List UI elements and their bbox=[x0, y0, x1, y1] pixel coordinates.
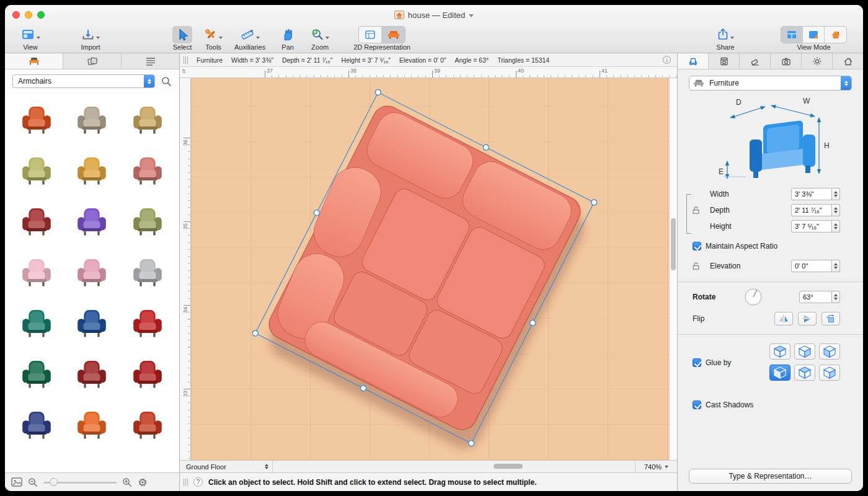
view-button[interactable]: View bbox=[17, 26, 43, 51]
library-item-beige-armchair[interactable] bbox=[64, 94, 120, 145]
title-chevron-icon[interactable] bbox=[469, 14, 474, 17]
info-width: Width = 3' 3⅜" bbox=[231, 56, 273, 64]
camera-icon bbox=[781, 56, 791, 66]
select-tool-button[interactable]: Select bbox=[172, 26, 192, 51]
height-field[interactable]: 3' 7 ⁵⁄₁₆" bbox=[791, 220, 840, 232]
tab-building[interactable] bbox=[833, 53, 863, 69]
library-item-red-armchair[interactable] bbox=[120, 348, 175, 399]
library-item-dark-red-armchair[interactable] bbox=[9, 196, 64, 247]
cast-shadows-row: Cast Shadows bbox=[678, 398, 863, 412]
glue-option-3[interactable] bbox=[819, 343, 840, 360]
rotate-field[interactable]: 63° bbox=[799, 291, 840, 303]
library-item-red-office-chair[interactable] bbox=[120, 399, 175, 450]
horizontal-scroll-thumb[interactable] bbox=[494, 464, 523, 469]
width-stepper[interactable] bbox=[832, 188, 840, 200]
glue-option-1[interactable] bbox=[769, 343, 790, 360]
info-depth: Depth = 2' 11 ⁷⁄₁₆" bbox=[282, 56, 333, 64]
tab-materials-library[interactable] bbox=[63, 53, 122, 69]
tab-camera[interactable] bbox=[771, 53, 802, 69]
library-item-pink-armchair[interactable] bbox=[64, 247, 120, 298]
inspector-category-dropdown[interactable]: Furniture bbox=[689, 76, 852, 91]
floor-plan-canvas[interactable] bbox=[191, 78, 669, 460]
representation-3d-segment[interactable] bbox=[382, 27, 405, 43]
depth-field[interactable]: 2' 11 ⁷⁄₁₆" bbox=[791, 204, 840, 216]
view-mode-split-segment[interactable] bbox=[803, 27, 825, 43]
preview-image-icon[interactable] bbox=[11, 477, 22, 487]
close-button[interactable] bbox=[12, 11, 20, 19]
rotate-90-button[interactable] bbox=[822, 312, 840, 326]
library-item-rose-striped-armchair[interactable] bbox=[120, 145, 175, 196]
elevation-lock-icon[interactable] bbox=[693, 262, 699, 270]
tab-materials[interactable] bbox=[740, 53, 771, 69]
lock-icon[interactable] bbox=[693, 206, 699, 214]
tab-appliances[interactable] bbox=[709, 53, 740, 69]
pan-button[interactable]: Pan bbox=[278, 26, 298, 51]
minimize-button[interactable] bbox=[25, 11, 32, 19]
zoom-tool-button[interactable]: Zoom bbox=[308, 26, 332, 51]
status-bar-grip[interactable] bbox=[184, 479, 188, 486]
representation-2d-segment[interactable] bbox=[359, 27, 382, 43]
flip-horizontal-button[interactable] bbox=[774, 312, 793, 326]
library-item-orange-lounge-chair[interactable] bbox=[9, 94, 64, 145]
library-item-red-velvet-chair[interactable] bbox=[120, 298, 175, 348]
floor-selector[interactable]: Ground Floor bbox=[180, 461, 273, 472]
selected-sofa-object[interactable] bbox=[191, 78, 669, 460]
zoom-out-icon[interactable] bbox=[28, 477, 38, 487]
horizontal-scrollbar[interactable] bbox=[273, 461, 635, 472]
zoom-level-control[interactable]: 740% bbox=[635, 461, 677, 472]
library-item-crimson-armchair[interactable] bbox=[64, 348, 120, 399]
glue-option-4[interactable] bbox=[769, 365, 790, 381]
info-bar-grip[interactable] bbox=[184, 56, 188, 64]
gear-icon[interactable] bbox=[138, 477, 148, 487]
library-item-navy-swivel-chair[interactable] bbox=[9, 399, 64, 450]
view-mode-3d-segment[interactable] bbox=[825, 27, 846, 43]
library-item-green-armchair[interactable] bbox=[9, 145, 64, 196]
type-representation-button[interactable]: Type & Representation… bbox=[689, 469, 852, 484]
tab-lighting[interactable] bbox=[802, 53, 833, 69]
library-item-gray-chrome-chair[interactable] bbox=[120, 247, 175, 298]
rotate-stepper[interactable] bbox=[832, 291, 840, 303]
elevation-field[interactable]: 0' 0" bbox=[791, 260, 840, 272]
maintain-aspect-checkbox[interactable] bbox=[693, 242, 701, 250]
library-item-olive-armchair[interactable] bbox=[120, 196, 175, 247]
height-stepper[interactable] bbox=[832, 220, 840, 232]
auxiliaries-button[interactable]: Auxiliaries bbox=[234, 26, 265, 51]
library-item-orange-ball-chair[interactable] bbox=[64, 399, 120, 450]
tools-button[interactable]: Tools bbox=[201, 26, 226, 51]
view-mode-2d-segment[interactable] bbox=[781, 27, 803, 43]
library-item-gold-armchair[interactable] bbox=[64, 145, 120, 196]
import-button[interactable]: Import bbox=[78, 26, 103, 51]
zoom-chevron-icon bbox=[326, 37, 329, 39]
glue-option-6[interactable] bbox=[819, 365, 840, 381]
tab-project-tree[interactable] bbox=[122, 53, 179, 69]
library-item-wicker-armchair[interactable] bbox=[120, 94, 175, 145]
glue-option-2[interactable] bbox=[794, 343, 815, 360]
thumbnail-size-slider[interactable] bbox=[43, 478, 117, 487]
library-item-pink-frame-chair[interactable] bbox=[9, 247, 64, 298]
help-icon[interactable]: ? bbox=[193, 477, 203, 487]
elevation-stepper[interactable] bbox=[832, 260, 840, 272]
tab-object-properties[interactable] bbox=[678, 53, 709, 69]
vertical-scrollbar[interactable] bbox=[669, 78, 677, 460]
library-item-purple-armchair[interactable] bbox=[64, 196, 120, 247]
vertical-scroll-thumb[interactable] bbox=[671, 218, 676, 270]
info-icon[interactable]: i bbox=[663, 56, 671, 64]
share-button[interactable]: Share bbox=[714, 26, 737, 51]
tab-furniture-library[interactable] bbox=[5, 53, 63, 69]
depth-stepper[interactable] bbox=[832, 204, 840, 216]
fullscreen-button[interactable] bbox=[37, 11, 45, 19]
slider-thumb[interactable] bbox=[50, 478, 58, 486]
library-item-green-cube-chair[interactable] bbox=[9, 348, 64, 399]
search-icon[interactable] bbox=[161, 76, 172, 87]
dimension-diagram: D W H E bbox=[678, 93, 863, 186]
library-item-blue-tub-chair[interactable] bbox=[64, 298, 120, 348]
rotation-dial[interactable] bbox=[744, 288, 763, 306]
category-dropdown[interactable]: Armchairs bbox=[12, 74, 155, 88]
zoom-in-icon[interactable] bbox=[122, 477, 132, 487]
glue-option-5[interactable] bbox=[794, 365, 815, 381]
glue-by-checkbox[interactable] bbox=[693, 358, 701, 367]
width-field[interactable]: 3' 3⅜" bbox=[791, 188, 840, 200]
cast-shadows-checkbox[interactable] bbox=[693, 401, 701, 409]
library-item-teal-tub-chair[interactable] bbox=[9, 298, 64, 348]
flip-vertical-button[interactable] bbox=[798, 312, 817, 326]
